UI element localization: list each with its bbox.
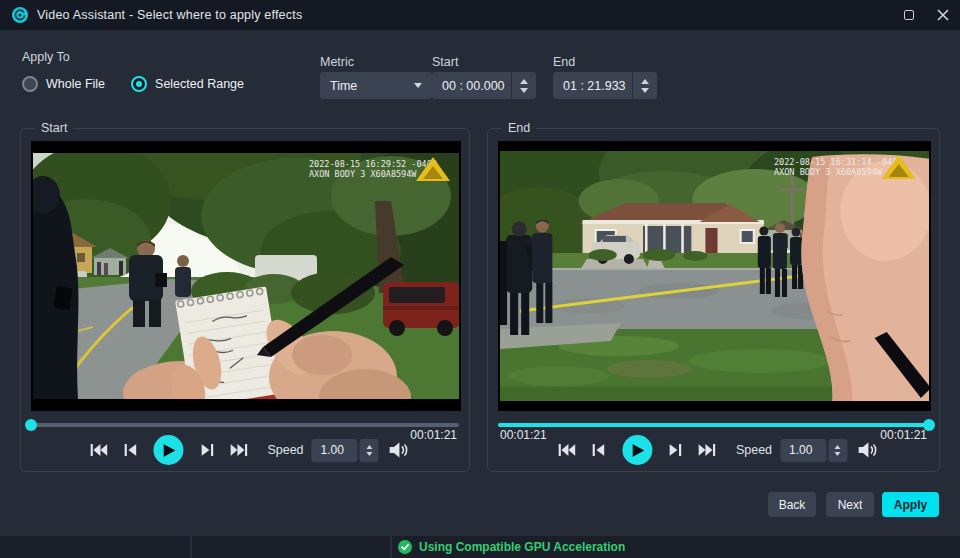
- skip-to-end-button[interactable]: [230, 444, 247, 456]
- spinner-down-icon[interactable]: [835, 452, 841, 456]
- window-title: Video Assistant - Select where to apply …: [37, 8, 302, 22]
- volume-icon: [390, 442, 409, 458]
- video-assistant-dialog: Video Assistant - Select where to apply …: [0, 0, 960, 558]
- step-forward-button[interactable]: [201, 444, 213, 456]
- seek-fill: [498, 423, 929, 427]
- play-button[interactable]: [622, 435, 652, 465]
- speed-label: Speed: [267, 443, 303, 457]
- spinner-up-icon[interactable]: [366, 445, 372, 449]
- start-preview-panel: Start: [20, 128, 470, 472]
- speed-input[interactable]: [312, 439, 358, 462]
- status-text: Using Compatible GPU Acceleration: [419, 540, 625, 554]
- end-label: End: [553, 55, 575, 69]
- video-preview-end: 2022-08-15 16:31:14 -0400 AXON BODY 3 X6…: [498, 141, 931, 411]
- bodycam-timestamp: 2022-08-15 16:31:14 -0400: [774, 157, 903, 167]
- video-frame-end: 2022-08-15 16:31:14 -0400 AXON BODY 3 X6…: [498, 141, 931, 411]
- start-time-field[interactable]: 00 : 00.000: [432, 72, 536, 99]
- skip-to-start-button[interactable]: [558, 444, 575, 456]
- spinner-up-icon[interactable]: [520, 79, 528, 84]
- radio-circle-selected: [131, 76, 147, 92]
- seek-bar[interactable]: [31, 423, 459, 427]
- start-time-value: 00 : 00.000: [432, 72, 511, 99]
- status-bar: Using Compatible GPU Acceleration: [0, 536, 960, 558]
- play-icon: [632, 444, 644, 457]
- radio-label: Selected Range: [155, 77, 244, 91]
- volume-button[interactable]: [390, 442, 409, 458]
- transport-controls: Speed: [550, 434, 877, 466]
- spinner-up-icon[interactable]: [641, 79, 649, 84]
- bodycam-timestamp: 2022-08-15 16:29:52 -0400: [309, 159, 437, 169]
- app-logo-icon: [12, 7, 28, 23]
- step-backward-button[interactable]: [124, 444, 136, 456]
- panel-legend: Start: [35, 121, 73, 135]
- skip-to-end-button[interactable]: [698, 444, 715, 456]
- radio-label: Whole File: [46, 77, 105, 91]
- radio-selected-range[interactable]: Selected Range: [131, 76, 244, 92]
- maximize-icon: [904, 10, 914, 20]
- step-backward-button[interactable]: [592, 444, 604, 456]
- speed-spinner[interactable]: [360, 439, 379, 462]
- video-frame-start: 2022-08-15 16:29:52 -0400 AXON BODY 3 X6…: [31, 141, 461, 411]
- spinner-down-icon[interactable]: [366, 452, 372, 456]
- apply-to-radio-group: Whole File Selected Range: [22, 76, 244, 92]
- spinner-down-icon[interactable]: [641, 88, 649, 93]
- step-forward-button[interactable]: [669, 444, 681, 456]
- metric-value: Time: [330, 79, 357, 93]
- seek-bar[interactable]: [498, 423, 929, 427]
- volume-icon: [858, 442, 877, 458]
- speed-label: Speed: [736, 443, 772, 457]
- radio-whole-file[interactable]: Whole File: [22, 76, 105, 92]
- skip-to-start-button[interactable]: [90, 444, 107, 456]
- speed-spinner[interactable]: [828, 439, 847, 462]
- close-icon: [937, 9, 949, 21]
- end-time-value: 01 : 21.933: [553, 72, 632, 99]
- speed-input[interactable]: [780, 439, 826, 462]
- title-bar: Video Assistant - Select where to apply …: [0, 0, 960, 30]
- chevron-down-icon: [414, 83, 422, 88]
- apply-button[interactable]: Apply: [882, 492, 939, 517]
- status-bar-divider: [390, 536, 392, 558]
- spinner-down-icon[interactable]: [520, 88, 528, 93]
- end-preview-panel: End: [487, 128, 940, 472]
- panel-legend: End: [502, 121, 536, 135]
- status-bar-divider: [190, 536, 192, 558]
- check-circle-icon: [398, 540, 412, 554]
- metric-dropdown[interactable]: Time: [320, 72, 432, 99]
- metric-label: Metric: [320, 55, 354, 69]
- radio-circle-unselected: [22, 76, 38, 92]
- maximize-button[interactable]: [892, 0, 926, 30]
- play-button[interactable]: [153, 435, 183, 465]
- apply-to-label: Apply To: [22, 50, 70, 64]
- gpu-status: Using Compatible GPU Acceleration: [398, 536, 625, 558]
- volume-button[interactable]: [858, 442, 877, 458]
- current-time-label: 00:01:21: [500, 428, 547, 442]
- close-button[interactable]: [926, 0, 960, 30]
- transport-controls: Speed: [81, 434, 408, 466]
- duration-label: 00:01:21: [410, 428, 457, 442]
- start-label: Start: [432, 55, 458, 69]
- duration-label: 00:01:21: [880, 428, 927, 442]
- seek-thumb[interactable]: [25, 419, 37, 431]
- bodycam-device-id: AXON BODY 3 X60A8594W: [774, 167, 883, 177]
- spinner-up-icon[interactable]: [835, 445, 841, 449]
- next-button[interactable]: Next: [826, 492, 874, 517]
- play-icon: [163, 444, 175, 457]
- back-button[interactable]: Back: [768, 492, 816, 517]
- end-time-field[interactable]: 01 : 21.933: [553, 72, 657, 99]
- bodycam-device-id: AXON BODY 3 X60A8594W: [309, 169, 417, 179]
- video-preview-start: 2022-08-15 16:29:52 -0400 AXON BODY 3 X6…: [31, 141, 461, 411]
